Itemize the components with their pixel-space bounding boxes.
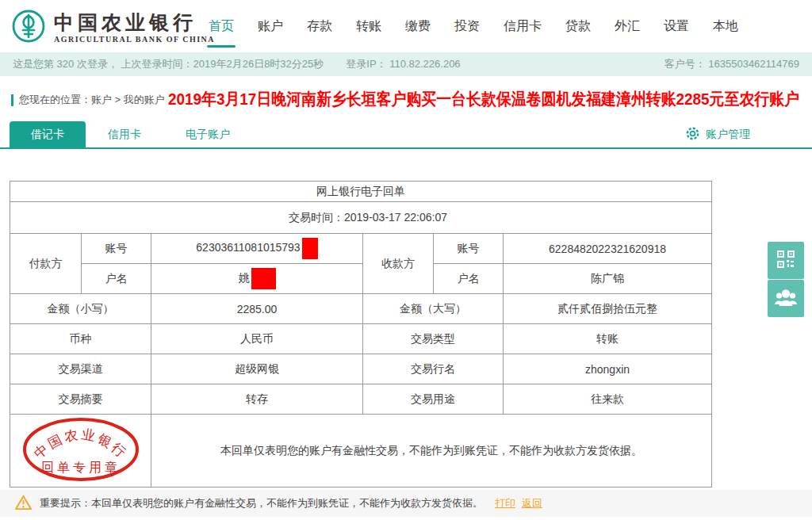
nav-item-payments[interactable]: 缴费 [405, 0, 431, 52]
currency-label: 币种 [10, 324, 151, 354]
customer-service-button[interactable] [768, 280, 804, 317]
bank-name-value: zhongxin [504, 354, 712, 384]
tab-debit-card[interactable]: 借记卡 [10, 121, 86, 147]
svg-text:中国农业银行: 中国农业银行 [31, 426, 130, 461]
payee-account-label: 账号 [434, 234, 504, 264]
receipt-disclaimer: 本回单仅表明您的账户有金融性交易，不能作为到账凭证，不能作为收款方发货依据。 [151, 415, 712, 488]
amount-digits-label: 金额（小写） [10, 294, 151, 324]
tabs-bar: 借记卡 信用卡 电子账户 账户管理 [0, 121, 812, 147]
channel-label: 交易渠道 [10, 354, 151, 384]
footer-notice-bar: 重要提示：本回单仅表明您的账户有金融性交易，不能作为到账凭证，不能作为收款方发货… [0, 490, 812, 517]
payer-name-cell: 姚 [151, 264, 363, 294]
nav-item-accounts[interactable]: 账户 [258, 0, 283, 52]
bank-stamp: 中国农业银行 回单专用章 [10, 415, 151, 488]
bank-logo: 中国农业银行 AGRICULTURAL BANK OF CHINA [11, 9, 215, 47]
tab-credit-card[interactable]: 信用卡 [86, 121, 163, 147]
amount-words-label: 金额（大写） [363, 294, 504, 324]
payee-name-label: 户名 [434, 264, 504, 294]
payee-role-cell: 收款方 [363, 234, 434, 294]
bank-name-cn: 中国农业银行 [54, 12, 215, 34]
login-ip-text: 登录IP： 110.82.226.206 [346, 57, 460, 71]
payer-name: 姚 [239, 271, 250, 284]
qr-code-button[interactable] [768, 242, 804, 279]
payer-account-label: 账号 [82, 234, 151, 264]
redaction-box [302, 238, 318, 259]
gear-icon [685, 126, 700, 143]
purpose-label: 交易用途 [363, 384, 504, 415]
currency-value: 人民币 [151, 324, 363, 354]
nav-item-deposits[interactable]: 存款 [307, 0, 332, 52]
amount-words-value: 贰仟贰佰捌拾伍元整 [504, 294, 712, 324]
stamp-text-top: 中国农业银行 [31, 426, 130, 461]
redaction-box [251, 268, 276, 289]
payee-name: 陈广锦 [504, 264, 712, 294]
warning-icon [14, 495, 33, 513]
nav-item-home[interactable]: 首页 [209, 0, 234, 52]
nav-item-transfer[interactable]: 转账 [356, 0, 381, 52]
bank-name-en: AGRICULTURAL BANK OF CHINA [54, 35, 215, 44]
nav-item-settings[interactable]: 设置 [664, 0, 689, 52]
red-annotation-text: 2019年3月17日晚河南新乡长垣客户购买一台长款保温卷圆机发福建漳州转账228… [168, 88, 799, 110]
payer-account-cell: 62303611081015793 [151, 234, 363, 264]
breadcrumb-text: 您现在的位置：账户 > 我的账户 [19, 93, 165, 107]
payer-name-label: 户名 [82, 264, 151, 294]
purpose-value: 往来款 [504, 384, 712, 415]
account-manage-button[interactable]: 账户管理 [685, 121, 750, 147]
nav-item-investment[interactable]: 投资 [454, 0, 480, 52]
notice-text: 本回单仅表明您的账户有金融性交易，不能作为到账凭证，不能作为收款方发货依据。 [91, 497, 483, 509]
amount-digits-value: 2285.00 [151, 294, 363, 324]
transaction-time: 交易时间：2019-03-17 22:06:07 [10, 202, 712, 234]
print-link[interactable]: 打印 [495, 496, 515, 510]
receipt-title: 网上银行电子回单 [10, 182, 712, 202]
abc-logo-icon [11, 9, 46, 47]
tab-e-account[interactable]: 电子账户 [163, 121, 252, 147]
nav-item-credit-card[interactable]: 信用卡 [504, 0, 542, 52]
payer-role-cell: 付款方 [10, 234, 82, 294]
page: 中国农业银行 AGRICULTURAL BANK OF CHINA 首页 账户 … [0, 0, 812, 520]
receipt-table: 网上银行电子回单 交易时间：2019-03-17 22:06:07 付款方 账号… [10, 181, 712, 488]
login-count-text: 这是您第 320 次登录， 上次登录时间：2019年2月26日8时32分25秒 [13, 57, 324, 71]
payer-account-number: 62303611081015793 [196, 241, 300, 254]
transaction-type-value: 转账 [504, 324, 712, 354]
main-nav: 首页 账户 存款 转账 缴费 投资 信用卡 贷款 外汇 设置 本地 [209, 0, 738, 52]
account-manage-label: 账户管理 [706, 128, 750, 142]
bank-name-label: 交易行名 [363, 354, 504, 384]
breadcrumb: 您现在的位置：账户 > 我的账户 [11, 90, 165, 109]
nav-item-local[interactable]: 本地 [713, 0, 738, 52]
customer-number-text: 客户号： 1635503462114769 [665, 57, 799, 71]
payee-account-number: 6228482022321620918 [504, 234, 712, 264]
back-link[interactable]: 返回 [522, 496, 542, 510]
tabs-underline [0, 147, 812, 149]
notice-label: 重要提示： [40, 497, 91, 509]
breadcrumb-accent-bar [11, 94, 13, 106]
nav-item-loans[interactable]: 贷款 [565, 0, 591, 52]
nav-item-forex[interactable]: 外汇 [615, 0, 640, 52]
channel-value: 超级网银 [151, 354, 363, 384]
customer-service-icon [774, 287, 798, 311]
summary-label: 交易摘要 [10, 384, 151, 415]
qr-code-icon [776, 249, 796, 273]
summary-value: 转存 [151, 384, 363, 415]
header: 中国农业银行 AGRICULTURAL BANK OF CHINA 首页 账户 … [0, 0, 812, 52]
stamp-text-bottom: 回单专用章 [41, 461, 121, 474]
side-toolbar [768, 242, 804, 318]
transaction-type-label: 交易类型 [363, 324, 504, 354]
login-info-bar: 这是您第 320 次登录， 上次登录时间：2019年2月26日8时32分25秒 … [0, 52, 812, 76]
